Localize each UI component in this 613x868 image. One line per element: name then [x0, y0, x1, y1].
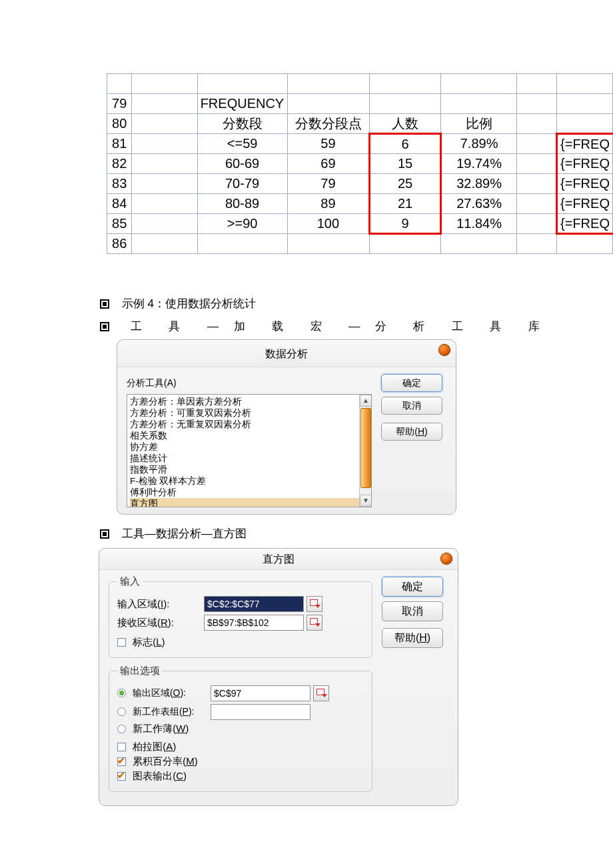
cell[interactable]: 25: [370, 174, 440, 194]
list-item[interactable]: 傅利叶分析: [130, 487, 371, 498]
cell[interactable]: 分数分段点: [287, 114, 370, 134]
range-picker-icon[interactable]: [313, 685, 329, 701]
bullet-menu-path-addin: 工 具 — 加 载 宏 — 分 析 工 具 库: [100, 317, 540, 337]
checkbox-cumulative[interactable]: [117, 757, 126, 766]
bullet-example4: 示例 4：使用数据分析统计: [100, 294, 540, 314]
cell[interactable]: {=FREQ: [557, 174, 613, 194]
radio-output-range[interactable]: [117, 689, 126, 697]
cell[interactable]: {=FREQ: [557, 194, 613, 214]
cell[interactable]: 21: [370, 194, 440, 214]
legend-input: 输入: [117, 575, 143, 588]
close-icon[interactable]: [438, 344, 450, 356]
row-header: 84: [107, 194, 132, 214]
row-header: 81: [107, 134, 132, 154]
bullet-icon: [100, 299, 109, 309]
list-item[interactable]: 协方差: [130, 441, 371, 453]
list-item[interactable]: 方差分析：可重复双因素分析: [130, 407, 371, 419]
bullet-icon: [100, 529, 109, 539]
label-bin-range: 接收区域(R):: [117, 617, 204, 629]
list-item[interactable]: 描述统计: [130, 453, 371, 464]
cell[interactable]: 27.63%: [440, 194, 517, 214]
group-label: 分析工具(A): [127, 373, 372, 393]
dialog-title: 数据分析: [117, 340, 456, 367]
cell[interactable]: 19.74%: [440, 154, 517, 174]
cell[interactable]: {=FREQ: [557, 154, 613, 174]
list-item[interactable]: F-检验 双样本方差: [130, 475, 371, 487]
dialog-title: 直方图: [99, 549, 458, 570]
label-chart-output: 图表输出(C): [133, 770, 187, 781]
cell[interactable]: 比例: [440, 114, 517, 134]
close-icon[interactable]: [440, 553, 452, 565]
scroll-thumb[interactable]: [360, 408, 371, 488]
dialog-data-analysis: 数据分析 分析工具(A) 方差分析：单因素方差分析 方差分析：可重复双因素分析 …: [117, 339, 456, 515]
help-button[interactable]: 帮助(H): [381, 423, 442, 441]
cell[interactable]: {=FREQ: [557, 214, 613, 234]
cell[interactable]: 79: [287, 174, 370, 194]
bullet-menu-path-histogram: 工具—数据分析—直方图: [100, 524, 540, 544]
cell[interactable]: FREQUENCY: [197, 94, 287, 114]
cell[interactable]: 32.89%: [440, 174, 517, 194]
help-button[interactable]: 帮助(H): [382, 628, 443, 648]
row-header: 80: [107, 114, 132, 134]
scroll-up-icon[interactable]: ▲: [360, 395, 372, 407]
list-item[interactable]: 方差分析：无重复双因素分析: [130, 419, 371, 430]
label-input-range: 输入区域(I):: [117, 598, 204, 611]
row-header: 82: [107, 154, 132, 174]
ok-button[interactable]: 确定: [382, 577, 443, 597]
output-range-field[interactable]: $C$97: [211, 685, 310, 701]
label-new-sheet: 新工作表组(P):: [133, 706, 195, 717]
scrollbar[interactable]: ▲ ▼: [359, 395, 371, 507]
cell[interactable]: 70-79: [197, 174, 287, 194]
checkbox-pareto[interactable]: [117, 743, 126, 751]
cancel-button[interactable]: 取消: [382, 601, 443, 621]
label-new-workbook: 新工作薄(W): [133, 723, 189, 734]
cell[interactable]: 6: [370, 134, 440, 154]
cell[interactable]: 9: [370, 214, 440, 234]
label-cumulative: 累积百分率(M): [133, 755, 198, 767]
group-input: 输入 输入区域(I): $C$2:$C$77 接收区域(R): $B$97:$B…: [109, 575, 372, 658]
cell[interactable]: 59: [287, 134, 370, 154]
cell[interactable]: 7.89%: [440, 134, 517, 154]
input-range-field[interactable]: $C$2:$C$77: [204, 596, 304, 612]
row-header: [107, 74, 132, 94]
bin-range-field[interactable]: $B$97:$B$102: [204, 615, 304, 631]
analysis-tools-listbox[interactable]: 方差分析：单因素方差分析 方差分析：可重复双因素分析 方差分析：无重复双因素分析…: [127, 394, 372, 507]
bullet-icon: [100, 322, 109, 331]
cell[interactable]: 11.84%: [440, 214, 517, 234]
cancel-button[interactable]: 取消: [381, 397, 442, 415]
cell[interactable]: 89: [287, 194, 370, 214]
row-header: 85: [107, 214, 132, 234]
scroll-down-icon[interactable]: ▼: [360, 495, 372, 507]
cell[interactable]: 60-69: [197, 154, 287, 174]
range-picker-icon[interactable]: [306, 596, 322, 612]
group-output: 输出选项 输出区域(O): $C$97 新工作表组(P):: [109, 665, 372, 792]
cell[interactable]: 80-89: [197, 194, 287, 214]
spreadsheet-fragment: 79 FREQUENCY 80 分数段 分数分段点 人数 比例 81 <=59 …: [107, 73, 613, 254]
cell[interactable]: 100: [287, 214, 370, 234]
list-item[interactable]: 方差分析：单因素方差分析: [130, 396, 371, 407]
cell[interactable]: {=FREQ: [557, 134, 613, 154]
label-labels: 标志(L): [133, 636, 165, 647]
row-header: 86: [107, 234, 132, 254]
legend-output: 输出选项: [117, 665, 163, 677]
radio-new-workbook[interactable]: [117, 725, 126, 733]
cell[interactable]: 69: [287, 154, 370, 174]
row-header: 79: [107, 94, 132, 114]
radio-new-sheet[interactable]: [117, 707, 126, 716]
cell[interactable]: 15: [370, 154, 440, 174]
checkbox-chart-output[interactable]: [117, 772, 126, 781]
row-header: 83: [107, 174, 132, 194]
cell[interactable]: <=59: [197, 134, 287, 154]
label-pareto: 柏拉图(A): [133, 741, 176, 752]
cell[interactable]: 分数段: [197, 114, 287, 134]
cell[interactable]: >=90: [197, 214, 287, 234]
checkbox-labels[interactable]: [117, 638, 126, 647]
dialog-histogram: 直方图 输入 输入区域(I): $C$2:$C$77 接收区域(R): $B$9…: [99, 548, 458, 806]
list-item[interactable]: 相关系数: [130, 430, 371, 441]
ok-button[interactable]: 确定: [381, 374, 442, 392]
new-sheet-field[interactable]: [211, 704, 310, 720]
cell[interactable]: 人数: [370, 114, 440, 134]
list-item[interactable]: 指数平滑: [130, 464, 371, 475]
list-item-selected[interactable]: 直方图: [130, 498, 371, 507]
range-picker-icon[interactable]: [306, 615, 322, 631]
